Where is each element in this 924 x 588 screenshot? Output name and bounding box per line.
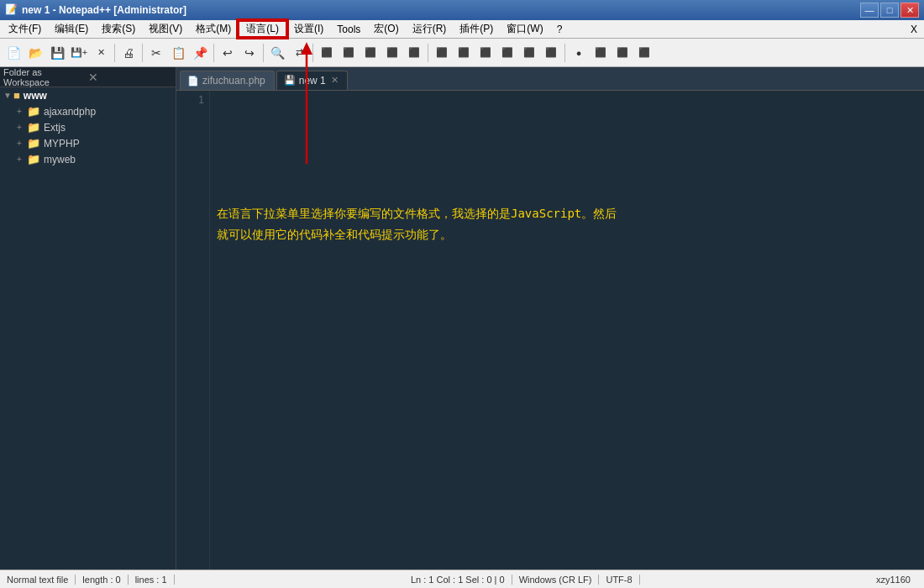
folder-icon-ajaxandphp: 📁	[27, 105, 40, 118]
tb-sep2	[142, 44, 143, 62]
tb-btn14[interactable]: ⬛	[497, 43, 517, 63]
tree-label-myphp: MYPHP	[44, 138, 80, 150]
line-number-1: 1	[181, 94, 204, 106]
tb-btn11[interactable]: ⬛	[432, 43, 452, 63]
menu-macro[interactable]: 宏(O)	[367, 20, 405, 38]
window-controls: — □ ✕	[860, 3, 919, 18]
tree-node-myphp[interactable]: + 📁 MYPHP	[0, 135, 176, 151]
folder-icon-www: ■	[13, 89, 20, 102]
expand-icon-myweb: +	[17, 155, 27, 164]
menu-format[interactable]: 格式(M)	[189, 20, 238, 38]
tree-node-extjs[interactable]: + 📁 Extjs	[0, 119, 176, 135]
tb-sep5	[312, 44, 313, 62]
tb-sep3	[213, 44, 214, 62]
tab-label-new1: new 1	[299, 75, 326, 87]
maximize-button[interactable]: □	[880, 3, 899, 18]
menu-view[interactable]: 视图(V)	[142, 20, 189, 38]
tab-icon-zifuchuan: 📄	[187, 76, 199, 87]
minimize-button[interactable]: —	[860, 3, 879, 18]
tb-btn6[interactable]: ⬛	[317, 43, 337, 63]
annotation-line1: 在语言下拉菜单里选择你要编写的文件格式，我选择的是JavaScript。然后	[217, 203, 917, 224]
tb-sep7	[564, 44, 565, 62]
tree-node-myweb[interactable]: + 📁 myweb	[0, 151, 176, 167]
expand-icon-extjs: +	[17, 123, 27, 132]
tree-node-ajaxandphp[interactable]: + 📁 ajaxandphp	[0, 103, 176, 119]
tab-icon-new1: 💾	[284, 75, 296, 86]
menu-x[interactable]: X	[906, 20, 922, 38]
status-file-type: Normal text file	[7, 575, 76, 585]
expand-icon-ajaxandphp: +	[17, 107, 27, 116]
status-extra: xzy1160	[869, 575, 917, 585]
tree-label-myweb: myweb	[44, 154, 76, 165]
tab-label-zifuchuan: zifuchuan.php	[202, 75, 265, 87]
tb-btn20[interactable]: ⬛	[634, 43, 654, 63]
editor-content: 1 在语言下拉菜单里选择你要编写的文件格式，我选择的是JavaScript。然后…	[176, 91, 924, 570]
tb-close[interactable]: ✕	[91, 43, 111, 63]
toolbar: 📄 📂 💾 💾+ ✕ 🖨 ✂ 📋 📌 ↩ ↪ 🔍 ⇄ ⬛ ⬛ ⬛ ⬛ ⬛ ⬛ ⬛…	[0, 39, 924, 67]
folder-icon-extjs: 📁	[27, 121, 40, 134]
status-line-ending: Windows (CR LF)	[512, 575, 600, 585]
tree-root-label: www	[24, 90, 47, 102]
menu-settings[interactable]: 设置(I)	[287, 20, 330, 38]
tb-btn9[interactable]: ⬛	[382, 43, 402, 63]
sidebar-header: Folder as Workspace ✕	[0, 67, 176, 87]
close-button[interactable]: ✕	[900, 3, 919, 18]
tb-btn15[interactable]: ⬛	[519, 43, 539, 63]
menu-search[interactable]: 搜索(S)	[95, 20, 142, 38]
menu-run[interactable]: 运行(R)	[406, 20, 454, 38]
tb-cut[interactable]: ✂	[146, 43, 166, 63]
tb-replace[interactable]: ⇄	[289, 43, 309, 63]
sidebar-close-button[interactable]: ✕	[88, 71, 173, 84]
menu-tools[interactable]: Tools	[330, 20, 367, 38]
title-bar: 📝 new 1 - Notepad++ [Administrator] — □ …	[0, 0, 924, 20]
status-position: Ln : 1 Col : 1 Sel : 0 | 0	[404, 575, 512, 585]
status-encoding: UTF-8	[599, 575, 639, 585]
tab-bar: 📄 zifuchuan.php 💾 new 1 ✕	[176, 67, 924, 91]
folder-icon-myweb: 📁	[27, 153, 40, 165]
tb-btn12[interactable]: ⬛	[454, 43, 474, 63]
tb-saveall[interactable]: 💾+	[69, 43, 89, 63]
tree-label-extjs: Extjs	[44, 122, 66, 134]
tab-zifuchuan[interactable]: 📄 zifuchuan.php	[180, 71, 275, 90]
tb-btn7[interactable]: ⬛	[339, 43, 359, 63]
status-bar: Normal text file length : 0 lines : 1 Ln…	[0, 570, 924, 588]
tb-paste[interactable]: 📌	[190, 43, 210, 63]
menu-help[interactable]: ?	[550, 20, 570, 38]
tb-open[interactable]: 📂	[25, 43, 45, 63]
tab-close-new1[interactable]: ✕	[331, 75, 339, 86]
main-area: Folder as Workspace ✕ ▼ ■ www + 📁 ajaxan…	[0, 67, 924, 570]
tb-sep6	[428, 44, 428, 62]
tb-sep1	[114, 44, 115, 62]
menu-language[interactable]: 语言(L)	[238, 20, 287, 38]
tb-btn13[interactable]: ⬛	[475, 43, 496, 63]
tb-undo[interactable]: ↩	[218, 43, 238, 63]
tab-new1[interactable]: 💾 new 1 ✕	[276, 71, 348, 90]
tb-save[interactable]: 💾	[47, 43, 67, 63]
tb-print[interactable]: 🖨	[118, 43, 139, 63]
menu-edit[interactable]: 编辑(E)	[48, 20, 95, 38]
annotation-line2: 就可以使用它的代码补全和代码提示功能了。	[217, 224, 917, 245]
status-lines: lines : 1	[129, 575, 175, 585]
editor-text-area[interactable]: 在语言下拉菜单里选择你要编写的文件格式，我选择的是JavaScript。然后 就…	[210, 91, 924, 570]
tb-btn18[interactable]: ⬛	[591, 43, 611, 63]
tree-root-www[interactable]: ▼ ■ www	[0, 87, 176, 103]
sidebar-title: Folder as Workspace	[3, 67, 88, 87]
menu-window[interactable]: 窗口(W)	[500, 20, 549, 38]
folder-icon-myphp: 📁	[27, 137, 40, 150]
tb-btn17[interactable]: ●	[569, 43, 589, 63]
tb-new[interactable]: 📄	[3, 43, 24, 63]
tb-redo[interactable]: ↪	[239, 43, 260, 63]
menu-plugin[interactable]: 插件(P)	[453, 20, 500, 38]
tb-btn8[interactable]: ⬛	[360, 43, 381, 63]
tb-copy[interactable]: 📋	[168, 43, 188, 63]
expand-icon-myphp: +	[17, 139, 27, 148]
tree-label-ajaxandphp: ajaxandphp	[44, 106, 96, 118]
tb-btn16[interactable]: ⬛	[541, 43, 561, 63]
tb-btn19[interactable]: ⬛	[612, 43, 633, 63]
menu-file[interactable]: 文件(F)	[2, 20, 48, 38]
tb-find[interactable]: 🔍	[267, 43, 287, 63]
app-icon: 📝	[5, 3, 18, 17]
tb-sep4	[263, 44, 264, 62]
status-length: length : 0	[76, 575, 128, 585]
tb-btn10[interactable]: ⬛	[404, 43, 424, 63]
